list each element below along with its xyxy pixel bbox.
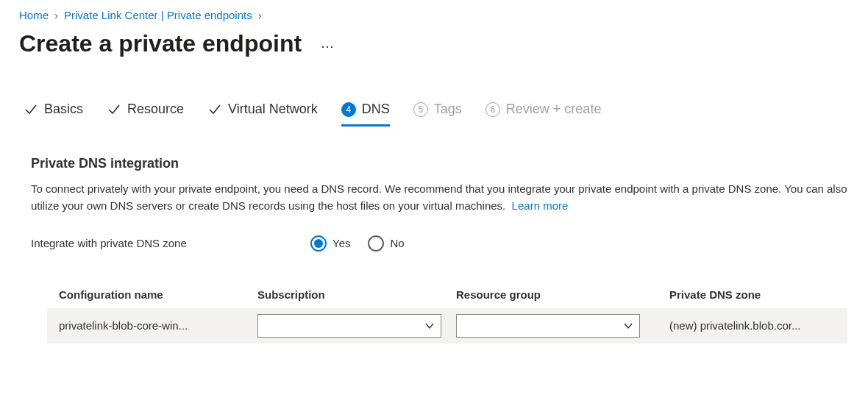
tab-basics[interactable]: Basics xyxy=(24,102,83,127)
check-icon xyxy=(107,102,121,117)
integrate-label: Integrate with private DNS zone xyxy=(31,237,310,249)
tab-label: Review + create xyxy=(506,102,602,117)
resource-group-dropdown[interactable] xyxy=(456,314,640,338)
chevron-down-icon xyxy=(424,321,435,331)
tab-label: DNS xyxy=(362,102,390,117)
chevron-right-icon: › xyxy=(54,9,58,21)
tab-virtual-network[interactable]: Virtual Network xyxy=(207,102,318,127)
tab-label: Resource xyxy=(127,102,184,117)
tab-label: Virtual Network xyxy=(228,102,318,117)
section-heading: Private DNS integration xyxy=(31,156,847,171)
tab-review-create[interactable]: 6 Review + create xyxy=(485,102,602,127)
radio-icon xyxy=(310,235,327,252)
chevron-down-icon xyxy=(623,321,633,331)
learn-more-link[interactable]: Learn more xyxy=(512,199,569,212)
breadcrumb: Home › Private Link Center | Private end… xyxy=(19,9,849,21)
more-icon[interactable]: ⋯ xyxy=(321,38,335,54)
dns-table: Configuration name Subscription Resource… xyxy=(47,281,847,344)
radio-label: No xyxy=(390,237,404,249)
table-header: Configuration name Subscription Resource… xyxy=(47,281,847,308)
radio-icon xyxy=(368,235,384,252)
wizard-tabs: Basics Resource Virtual Network 4 DNS 5 … xyxy=(24,102,849,127)
cell-config-name: privatelink-blob-core-win... xyxy=(59,319,257,332)
tab-resource[interactable]: Resource xyxy=(107,102,184,127)
integrate-radio-group: Yes No xyxy=(310,235,405,252)
step-number-icon: 5 xyxy=(413,102,428,117)
subscription-dropdown[interactable] xyxy=(257,314,441,338)
tab-dns[interactable]: 4 DNS xyxy=(341,102,390,127)
breadcrumb-center[interactable]: Private Link Center | Private endpoints xyxy=(64,9,252,21)
check-icon xyxy=(207,102,222,117)
step-number-icon: 4 xyxy=(341,102,356,117)
description-text: To connect privately with your private e… xyxy=(31,182,847,212)
tab-tags[interactable]: 5 Tags xyxy=(413,102,462,127)
col-private-dns-zone: Private DNS zone xyxy=(669,288,859,301)
chevron-right-icon: › xyxy=(258,9,262,21)
table-row: privatelink-blob-core-win... xyxy=(47,308,847,344)
col-config-name: Configuration name xyxy=(59,288,257,301)
tab-label: Basics xyxy=(44,102,83,117)
cell-private-dns-zone: (new) privatelink.blob.cor... xyxy=(669,319,859,332)
tab-label: Tags xyxy=(434,102,462,117)
section-description: To connect privately with your private e… xyxy=(31,180,847,215)
breadcrumb-home[interactable]: Home xyxy=(19,9,49,21)
page-title: Create a private endpoint xyxy=(19,30,302,57)
radio-no[interactable]: No xyxy=(368,235,404,252)
step-number-icon: 6 xyxy=(485,102,500,117)
radio-label: Yes xyxy=(332,237,350,249)
col-subscription: Subscription xyxy=(257,288,456,301)
radio-yes[interactable]: Yes xyxy=(310,235,350,252)
col-resource-group: Resource group xyxy=(456,288,669,301)
check-icon xyxy=(24,102,38,117)
